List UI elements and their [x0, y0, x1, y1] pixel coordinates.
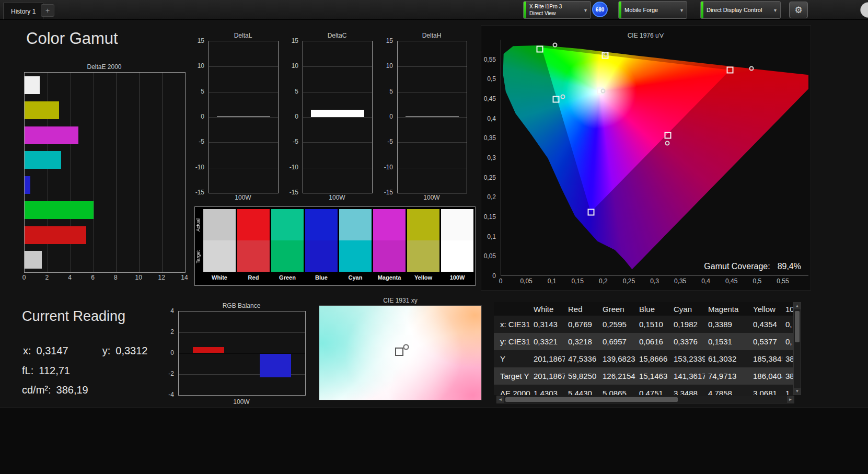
chart-title: RGB Balance: [178, 302, 305, 309]
table-value-cell: 4,7858: [705, 385, 750, 395]
table-vertical-scrollbar: ▲ ▼: [793, 302, 801, 395]
deltae-bar-100w: [25, 251, 42, 269]
plot-area: [209, 41, 279, 193]
tab-history-1[interactable]: History 1: [3, 3, 43, 19]
table-value-cell: 5,0865: [599, 385, 636, 395]
table-value-cell: 0,3218: [565, 333, 599, 350]
meter-count-badge[interactable]: 680: [592, 2, 608, 17]
row-label-cell: Y: [494, 350, 530, 367]
scroll-down-arrow[interactable]: ▼: [794, 388, 801, 395]
bottom-bar: WhiteRedGreenBlueCyanMagentaYellow100W ▴…: [0, 408, 868, 474]
display-control-selector[interactable]: Direct Display Control ▾: [700, 1, 781, 19]
gamut-coverage-label: Gamut Coverage:: [704, 262, 770, 271]
axis-tick-label: 15: [292, 37, 298, 44]
scroll-right-arrow[interactable]: ►: [787, 396, 794, 403]
gridline: [398, 66, 467, 67]
x-label: x:: [23, 345, 31, 357]
chart-bar-100w: [311, 110, 365, 117]
axis-tick-label: 4: [68, 274, 72, 281]
swatch-column-magenta: Magenta: [373, 209, 406, 282]
table-value-cell: 15,8666: [636, 350, 670, 367]
axis-tick-label: -4: [168, 391, 174, 398]
chart-bar-100w: [406, 117, 459, 117]
table-header-cell: Green: [599, 302, 636, 316]
gear-icon: ⚙: [794, 5, 802, 16]
table-header-cell: Cyan: [670, 302, 705, 316]
axis-tick-label: -5: [199, 138, 204, 145]
deltae-bar-white: [25, 76, 40, 94]
deltae-bar-cyan: [25, 151, 61, 169]
axis-tick-label: 0,45: [484, 95, 496, 102]
cie1976-plot: Gamut Coverage: 89,4%: [501, 40, 808, 276]
table-value-cell: 0,4751: [636, 385, 670, 395]
deltah-chart: DeltaH 151050-5-10-15 100W: [379, 25, 468, 205]
table-header-cell: [494, 302, 530, 316]
cie-1976-panel: CIE 1976 u'v' 0,550,50,450,40,350,30,250…: [481, 25, 811, 291]
vertical-scroll-thumb[interactable]: [795, 311, 800, 342]
gridline: [398, 92, 467, 93]
app-root: History 1 + X-Rite i1Pro 3 Direct View ▾…: [0, 0, 868, 474]
table-value-cell: 0,3321: [530, 333, 565, 350]
plot-area: [397, 41, 467, 193]
app-menu-button[interactable]: [860, 2, 868, 18]
table-value-cell: 0,: [782, 316, 793, 333]
settings-button[interactable]: ⚙: [789, 2, 808, 18]
table-value-cell: 185,3845: [750, 350, 782, 367]
axis-tick-label: 0,5: [487, 75, 496, 83]
axis-tick-label: 0,25: [484, 174, 496, 181]
horizontal-scroll-thumb[interactable]: [505, 397, 678, 402]
gamut-coverage: Gamut Coverage: 89,4%: [704, 262, 801, 271]
table-value-cell: 38: [782, 367, 793, 385]
table-value-cell: 153,2339: [670, 350, 705, 367]
axis-tick-label: 0,45: [725, 278, 737, 285]
target-swatch: [441, 240, 473, 272]
axis-tick-label: 12: [158, 274, 165, 281]
table-value-cell: 139,6823: [599, 350, 636, 367]
measured-circle-marker: [603, 52, 608, 56]
axis-tick-label: 10: [135, 274, 142, 281]
y-axis-labels: 420-2-4: [160, 311, 176, 395]
table-value-cell: 0,4354: [750, 316, 782, 333]
meter-selector[interactable]: X-Rite i1Pro 3 Direct View ▾: [523, 1, 591, 19]
gamut-coverage-value: 89,4%: [778, 262, 801, 271]
chart-title: DeltaH: [397, 32, 466, 39]
scroll-up-arrow[interactable]: ▲: [794, 303, 801, 309]
axis-tick-label: 0: [499, 278, 503, 285]
axis-tick-label: -15: [384, 189, 393, 196]
scroll-left-arrow[interactable]: ◄: [497, 396, 504, 403]
axis-tick-label: 0,5: [753, 278, 761, 285]
table-value-cell: 5,4430: [565, 385, 599, 395]
cdm2-label: cd/m²:: [22, 384, 51, 396]
chart-title-cie1976: CIE 1976 u'v': [481, 32, 811, 39]
swatch-column-yellow: Yellow: [407, 209, 439, 282]
cie1976-y-axis: 0,550,50,450,40,350,30,250,20,150,10,050: [481, 40, 499, 276]
row-label-cell: Target Y: [494, 367, 530, 385]
table-value-cell: 141,3617: [670, 367, 705, 385]
axis-tick-label: 0,4: [701, 278, 710, 285]
x-axis-label: 100W: [303, 194, 372, 201]
meter-label: X-Rite i1Pro 3 Direct View: [526, 3, 565, 17]
x-axis-label: 100W: [178, 398, 305, 406]
add-tab-button[interactable]: +: [41, 4, 54, 17]
chart-title: DeltaC: [303, 32, 372, 39]
axis-tick-label: 0,05: [484, 252, 496, 260]
target-swatch: [271, 240, 304, 272]
measurement-table-panel: WhiteRedGreenBlueCyanMagentaYellow100Wx:…: [494, 302, 793, 395]
table-row: Target Y201,186759,8250126,215415,146314…: [494, 367, 793, 385]
axis-tick-label: -15: [195, 189, 204, 196]
swatch-column-red: Red: [237, 209, 270, 282]
axis-tick-label: 0,35: [484, 134, 496, 142]
axis-tick-label: -5: [293, 138, 298, 145]
actual-swatch: [407, 209, 439, 240]
page-title: Color Gamut: [26, 29, 118, 48]
actual-swatch: [271, 209, 304, 240]
cie1976-x-axis: 00,050,10,150,20,250,30,350,40,450,50,55: [501, 278, 808, 286]
gridline: [209, 142, 278, 143]
fl-value: 112,71: [39, 365, 70, 377]
x-axis-label: 100W: [397, 194, 466, 201]
gridline: [94, 73, 94, 272]
axis-tick-label: 0,1: [487, 233, 496, 240]
swatch-column-white: White: [203, 209, 236, 282]
axis-tick-label: 0: [492, 272, 496, 280]
source-selector[interactable]: Mobile Forge ▾: [618, 1, 687, 19]
